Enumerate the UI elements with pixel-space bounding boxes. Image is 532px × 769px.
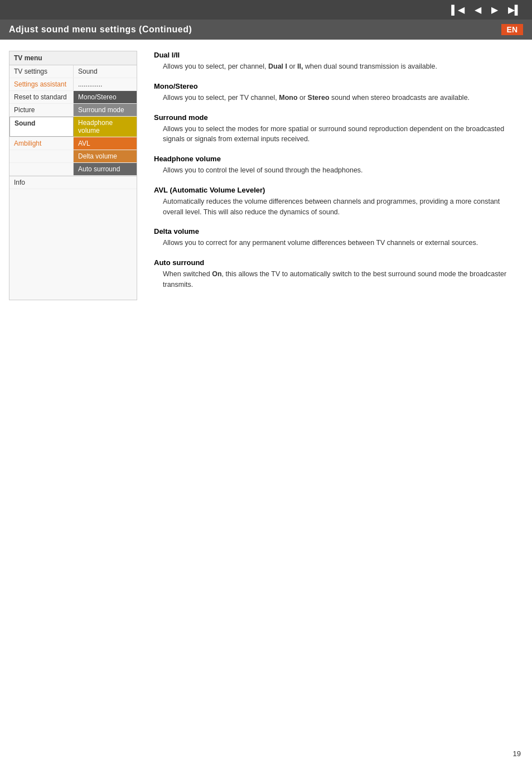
menu-left-ambilight[interactable]: Ambilight — [9, 137, 74, 150]
section-title-dual: Dual I/II — [154, 51, 518, 59]
page-title: Adjust sound menu settings (Continued) — [9, 25, 192, 35]
title-bar: Adjust sound menu settings (Continued) E… — [0, 20, 532, 40]
menu-left-info[interactable]: Info — [9, 176, 137, 189]
menu-right-sound[interactable]: Sound — [74, 65, 137, 78]
section-title-surround-mode: Surround mode — [154, 113, 518, 122]
section-dual: Dual I/II Allows you to select, per chan… — [154, 51, 518, 72]
menu-row: Picture Surround mode — [9, 104, 137, 117]
section-auto-surround: Auto surround When switched On, this all… — [154, 258, 518, 290]
nav-forward-btn[interactable]: ▶ — [489, 3, 500, 16]
menu-right-headphone-volume[interactable]: Headphone volume — [74, 117, 137, 137]
menu-right-auto-surround[interactable]: Auto surround — [74, 163, 137, 175]
nav-back-btn[interactable]: ◀ — [472, 3, 483, 16]
section-title-delta-volume: Delta volume — [154, 227, 518, 235]
menu-left-reset[interactable]: Reset to standard — [9, 91, 74, 103]
section-title-mono-stereo: Mono/Stereo — [154, 82, 518, 90]
section-title-avl: AVL (Automatic Volume Leveler) — [154, 186, 518, 194]
section-body-delta-volume: Allows you to correct for any permanent … — [154, 238, 518, 248]
section-delta-volume: Delta volume Allows you to correct for a… — [154, 227, 518, 248]
section-body-surround-mode: Allows you to select the modes for more … — [154, 124, 518, 145]
menu-row: Ambilight AVL — [9, 137, 137, 150]
menu-right-surround-mode[interactable]: Surround mode — [74, 104, 137, 116]
tv-menu-panel: TV menu TV settings Sound Settings assis… — [9, 51, 137, 300]
section-surround-mode: Surround mode Allows you to select the m… — [154, 113, 518, 145]
page-number: 19 — [513, 749, 521, 758]
menu-left-empty1 — [9, 150, 74, 162]
menu-right-delta-volume[interactable]: Delta volume — [74, 150, 137, 162]
menu-header: TV menu — [9, 51, 137, 65]
menu-left-picture[interactable]: Picture — [9, 104, 74, 116]
section-body-mono-stereo: Allows you to select, per TV channel, Mo… — [154, 93, 518, 103]
menu-left-tv-settings[interactable]: TV settings — [9, 65, 74, 78]
right-content: Dual I/II Allows you to select, per chan… — [148, 51, 523, 300]
section-headphone-volume: Headphone volume Allows you to control t… — [154, 155, 518, 176]
menu-row: Reset to standard Mono/Stereo — [9, 91, 137, 104]
menu-right-dots: ............. — [74, 78, 137, 90]
top-nav: ▌◀ ◀ ▶ ▶▌ — [0, 0, 532, 20]
section-body-headphone-volume: Allows you to control the level of sound… — [154, 165, 518, 176]
menu-left-empty2 — [9, 163, 74, 175]
main-content: TV menu TV settings Sound Settings assis… — [0, 40, 532, 311]
menu-row: Settings assistant ............. — [9, 78, 137, 91]
language-badge: EN — [501, 24, 523, 35]
menu-row: Delta volume — [9, 150, 137, 163]
menu-left-sound[interactable]: Sound — [9, 117, 74, 137]
nav-skip-back-btn[interactable]: ▌◀ — [449, 3, 466, 16]
section-body-auto-surround: When switched On, this allows the TV to … — [154, 269, 518, 290]
section-body-avl: Automatically reduces the volume differe… — [154, 196, 518, 218]
section-avl: AVL (Automatic Volume Leveler) Automatic… — [154, 186, 518, 218]
menu-row-info: Info — [9, 176, 137, 189]
menu-right-mono-stereo[interactable]: Mono/Stereo — [74, 91, 137, 103]
menu-left-settings-assistant[interactable]: Settings assistant — [9, 78, 74, 90]
menu-right-avl[interactable]: AVL — [74, 137, 137, 150]
nav-skip-forward-btn[interactable]: ▶▌ — [506, 3, 523, 16]
menu-row: Auto surround — [9, 163, 137, 176]
section-body-dual: Allows you to select, per channel, Dual … — [154, 61, 518, 72]
section-title-auto-surround: Auto surround — [154, 258, 518, 267]
section-title-headphone-volume: Headphone volume — [154, 155, 518, 163]
menu-row: TV settings Sound — [9, 65, 137, 78]
menu-row-sound: Sound Headphone volume — [9, 117, 137, 137]
section-mono-stereo: Mono/Stereo Allows you to select, per TV… — [154, 82, 518, 103]
